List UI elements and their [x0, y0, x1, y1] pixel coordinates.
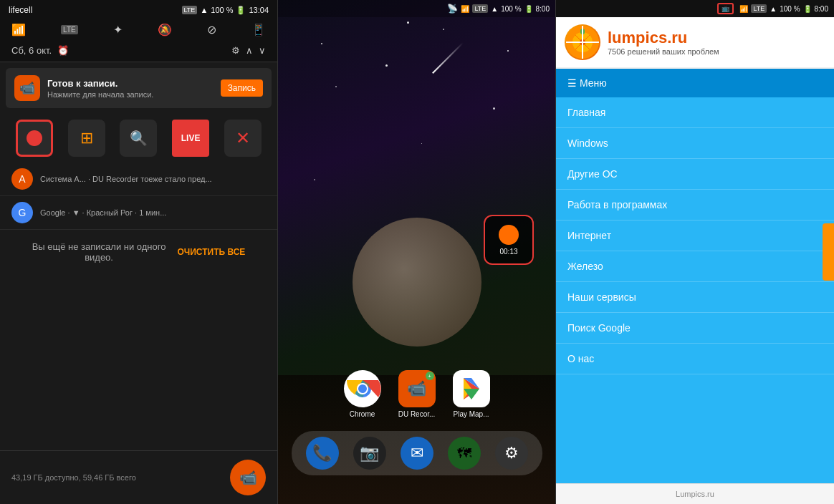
notif-list-item-2[interactable]: G Google · ▼ · Красный Рог · 1 мин... [0, 196, 277, 230]
play-store-svg [458, 375, 485, 402]
nav-work-programs[interactable]: Работа в программах [556, 190, 834, 220]
apps-qa-button[interactable]: ⊞ [68, 120, 105, 157]
close-qa-button[interactable]: ✕ [224, 120, 262, 157]
web-wifi-icon: 📶 [739, 5, 748, 13]
website-panel: 📺 📶 LTE ▲ 100 % 🔋 8:00 [556, 0, 834, 504]
side-tab [823, 223, 834, 281]
clear-all-button[interactable]: ОЧИСТИТЬ ВСЕ [177, 247, 245, 257]
nav-google-search[interactable]: Поиск Google [556, 313, 834, 344]
lte-badge: LTE [182, 6, 198, 14]
nav-other-os[interactable]: Другие ОС [556, 159, 834, 190]
svg-rect-15 [580, 29, 585, 34]
notif-app-icon: 📹 [14, 75, 40, 101]
chevron-down-icon[interactable]: ∨ [259, 45, 266, 56]
status-bar-1: lifecell LTE ▲ 100 % 🔋 13:04 [0, 0, 277, 20]
nav-glavnaya[interactable]: Главная [556, 97, 834, 128]
bluetooth-icon: ✦ [113, 23, 123, 37]
status-icons-row: 📶 LTE ✦ 🔕 ⊘ 📱 [0, 20, 277, 42]
nav-menu-header[interactable]: ☰ Меню [556, 69, 834, 97]
lte-home-badge: LTE [472, 4, 488, 13]
web-battery-icon: 🔋 [803, 5, 812, 13]
time-label: 13:04 [249, 6, 269, 14]
nav-menu: ☰ Меню Главная Windows Другие ОС Работа … [556, 69, 834, 483]
du-badge: + [426, 372, 434, 380]
notif-list-icon-2: G [11, 202, 33, 223]
notif-list-text-1: Система А... · DU Recorder тоеже стало п… [40, 175, 266, 183]
battery-pct: 100 % [211, 6, 233, 14]
shooting-star [432, 42, 464, 74]
home-time: 8:00 [536, 5, 550, 13]
nav-about[interactable]: О нас [556, 344, 834, 374]
camera-dock-icon[interactable]: 📷 [353, 437, 386, 470]
play-label: Play Map... [453, 410, 489, 418]
quick-actions: ⊞ 🔍 LIVE ✕ [0, 114, 277, 163]
live-qa-button[interactable]: LIVE [172, 120, 209, 157]
date-row: Сб, 6 окт. ⏰ ⚙ ∧ ∨ [0, 42, 277, 62]
play-store-icon [453, 370, 490, 407]
panel-bottom: 43,19 ГБ доступно, 59,46 ГБ всего 📹 [0, 450, 277, 504]
nav-hardware[interactable]: Железо [556, 251, 834, 282]
timer-text: 00:13 [499, 248, 517, 256]
nav-windows[interactable]: Windows [556, 128, 834, 159]
no-videos-section: Вы ещё не записали ни одноговидео. ОЧИСТ… [0, 230, 277, 274]
search-qa-button[interactable]: 🔍 [120, 120, 157, 157]
record-qa-button[interactable] [16, 120, 53, 157]
site-header: lumpics.ru 7506 решений ваших проблем [556, 17, 834, 69]
web-status-bar: 📺 📶 LTE ▲ 100 % 🔋 8:00 [556, 0, 834, 17]
homescreen-panel: 📡 📶 LTE ▲ 100 % 🔋 8:00 00:13 [278, 0, 556, 504]
moon [353, 218, 481, 346]
live-label: LIVE [181, 133, 201, 143]
web-battery-pct: 100 % [780, 5, 800, 13]
date-label: Сб, 6 окт. [11, 45, 52, 56]
dock-row: 📞 📷 ✉ 🗺 ⚙ [292, 431, 542, 475]
x-icon: ✕ [236, 128, 250, 148]
home-battery-pct: 100 % [501, 5, 521, 13]
apps-icon: ⊞ [80, 129, 93, 147]
mail-dock-icon[interactable]: ✉ [401, 437, 433, 470]
cast-box-icon: 📺 [717, 3, 734, 14]
play-store-app[interactable]: Play Map... [453, 370, 490, 418]
nav-services[interactable]: Наши сервисы [556, 282, 834, 313]
notif-list-item-1[interactable]: A Система А... · DU Recorder тоеже стало… [0, 163, 277, 196]
maps-glyph: 🗺 [457, 445, 471, 462]
notification-card: 📹 Готов к записи. Нажмите для начала зап… [6, 68, 272, 108]
videocam-icon: 📹 [239, 469, 257, 486]
settings-icon[interactable]: ⚙ [231, 45, 240, 56]
home-battery-icon: 🔋 [524, 5, 533, 13]
maps-dock-icon[interactable]: 🗺 [448, 437, 481, 470]
expand-icon[interactable]: ∧ [246, 45, 253, 56]
record-icon: 📹 [19, 80, 35, 96]
notif-list-icon-1: A [11, 168, 33, 190]
chrome-label: Chrome [350, 410, 375, 418]
orange-svg [566, 26, 599, 59]
svg-point-14 [580, 39, 585, 45]
phone-glyph: 📞 [312, 444, 332, 462]
record-button[interactable]: Запись [221, 79, 263, 97]
du-label: DU Recor... [398, 410, 436, 418]
web-time: 8:00 [815, 5, 828, 13]
signal-home-icon: ▲ [491, 5, 498, 13]
site-title-wrap: lumpics.ru 7506 решений ваших проблем [608, 29, 719, 56]
chrome-app[interactable]: Chrome [344, 370, 381, 418]
notif-text: Готов к записи. Нажмите для начала запис… [47, 78, 214, 99]
site-footer: Lumpics.ru [556, 483, 834, 504]
notif-title: Готов к записи. [47, 78, 214, 89]
magnify-icon: 🔍 [130, 130, 148, 147]
record-fab-button[interactable]: 📹 [230, 460, 266, 495]
settings-dock-icon[interactable]: ⚙ [495, 437, 528, 470]
settings-glyph: ⚙ [504, 444, 519, 462]
site-subtitle: 7506 решений ваших проблем [608, 47, 719, 56]
notif-subtitle: Нажмите для начала записи. [47, 90, 214, 99]
carrier-label: lifecell [9, 5, 32, 15]
storage-label: 43,19 ГБ доступно, 59,46 ГБ всего [11, 473, 136, 482]
site-title: lumpics.ru [608, 29, 719, 47]
cast-icon: 📡 [447, 4, 458, 14]
timer-dot [499, 225, 519, 245]
nav-internet[interactable]: Интернет [556, 220, 834, 251]
web-lte-badge: LTE [751, 4, 767, 13]
phone-dock-icon[interactable]: 📞 [306, 437, 339, 470]
no-videos-text: Вы ещё не записали ни одноговидео. [32, 241, 166, 263]
mail-glyph: ✉ [411, 444, 423, 462]
record-dot [27, 130, 42, 146]
du-recorder-app[interactable]: 📹 + DU Recor... [398, 370, 436, 418]
